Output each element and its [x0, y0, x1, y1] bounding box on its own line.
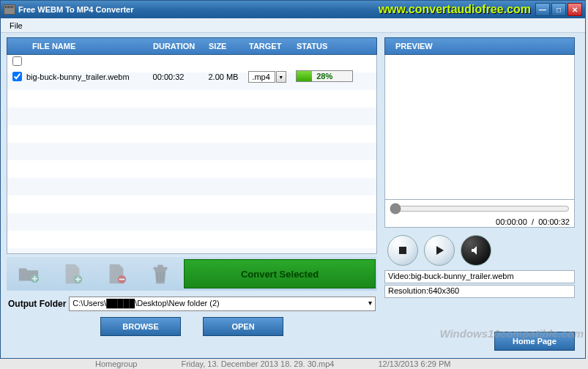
column-duration[interactable]: DURATION	[153, 42, 209, 51]
time-total: 00:00:32	[538, 217, 570, 226]
table-body: big-buck-bunny_trailer.webm 00:00:32 2.0…	[7, 55, 377, 254]
cell-duration: 00:00:32	[153, 72, 209, 81]
svg-rect-3	[399, 247, 406, 254]
taskbar-peek: Homegroup Friday, 13. December 2013 18. …	[0, 359, 588, 369]
progress-bar: 28%	[296, 70, 353, 82]
trash-icon	[149, 263, 172, 285]
home-page-button[interactable]: Home Page	[494, 332, 575, 351]
play-icon	[433, 245, 445, 256]
folder-add-icon	[17, 263, 40, 285]
time-display: 00:00:00 / 00:00:32	[390, 217, 570, 226]
file-add-icon	[61, 263, 84, 285]
seek-slider[interactable]	[390, 203, 570, 215]
browse-button[interactable]: BROWSE	[100, 317, 181, 336]
resolution-info: Resolution:640x360	[384, 285, 575, 298]
app-icon	[4, 4, 15, 15]
row-checkbox[interactable]	[12, 72, 22, 81]
column-size[interactable]: SIZE	[209, 42, 249, 51]
maximize-button[interactable]: □	[551, 3, 566, 16]
stop-button[interactable]	[387, 235, 418, 266]
play-button[interactable]	[424, 235, 455, 266]
cell-target: .mp4 ▼	[248, 71, 296, 83]
close-button[interactable]: ✕	[567, 3, 582, 16]
cell-filename: big-buck-bunny_trailer.webm	[25, 72, 153, 81]
seek-row: 00:00:00 / 00:00:32	[384, 200, 575, 228]
remove-button[interactable]	[94, 259, 138, 288]
output-folder-select[interactable]: C:\Users\█████\Desktop\New folder (2)	[69, 297, 376, 311]
convert-button[interactable]: Convert Selected	[184, 259, 376, 288]
column-filename[interactable]: FILE NAME	[25, 42, 153, 51]
column-status[interactable]: STATUS	[297, 42, 361, 51]
volume-icon	[470, 245, 482, 256]
target-value: .mp4	[248, 71, 275, 83]
select-all-checkbox[interactable]	[12, 56, 22, 66]
progress-text: 28%	[297, 71, 352, 81]
output-folder-label: Output Folder	[8, 299, 66, 309]
target-dropdown-button[interactable]: ▼	[276, 71, 286, 83]
app-window: Free WEBM To MP4 Converter www.convertau…	[0, 0, 586, 359]
media-controls	[384, 232, 575, 269]
table-row[interactable]: big-buck-bunny_trailer.webm 00:00:32 2.0…	[7, 68, 376, 86]
titlebar[interactable]: Free WEBM To MP4 Converter www.convertau…	[1, 1, 585, 18]
toolbar: Convert Selected	[7, 257, 377, 291]
add-file-button[interactable]	[51, 259, 94, 288]
minimize-button[interactable]: —	[535, 3, 550, 16]
open-button[interactable]: OPEN	[203, 317, 283, 336]
video-info: Video:big-buck-bunny_trailer.webm	[384, 270, 575, 283]
column-target[interactable]: TARGET	[249, 42, 297, 51]
stop-icon	[397, 245, 409, 256]
add-folder-button[interactable]	[7, 259, 51, 288]
menubar: File	[1, 18, 585, 33]
remove-icon	[105, 263, 128, 285]
left-pane: FILE NAME DURATION SIZE TARGET STATUS bi…	[7, 37, 377, 336]
cell-status: 28%	[296, 70, 376, 83]
right-pane: PREVIEW 00:00:00 / 00:00:32	[384, 37, 575, 336]
table-selectall-row	[7, 55, 376, 68]
preview-header: PREVIEW	[384, 37, 575, 55]
table-header: FILE NAME DURATION SIZE TARGET STATUS	[7, 37, 377, 55]
time-current: 00:00:00	[496, 217, 527, 226]
window-title: Free WEBM To MP4 Converter	[18, 5, 379, 14]
volume-button[interactable]	[461, 235, 491, 266]
delete-button[interactable]	[138, 259, 182, 288]
cell-size: 2.00 MB	[208, 72, 248, 81]
preview-area	[384, 55, 575, 200]
menu-file[interactable]: File	[4, 20, 29, 31]
website-url: www.convertaudiofree.com	[379, 3, 531, 16]
output-folder-row: Output Folder C:\Users\█████\Desktop\New…	[7, 297, 377, 311]
